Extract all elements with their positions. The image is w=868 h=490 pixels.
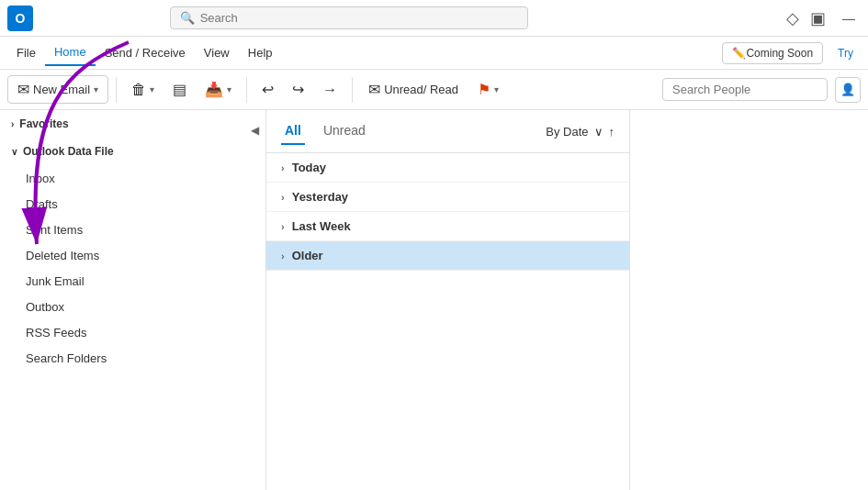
- group-yesterday-label: Yesterday: [292, 190, 348, 204]
- sort-control[interactable]: By Date ∨ ↑: [546, 125, 614, 139]
- sidebar-item-outbox[interactable]: Outbox: [4, 295, 262, 319]
- flag-icon: ⚑: [478, 81, 490, 98]
- group-older[interactable]: › Older: [266, 241, 629, 271]
- new-email-dropdown-icon: ▾: [94, 84, 98, 95]
- redo-icon: ↪: [292, 81, 304, 98]
- toolbar-separator-3: [352, 77, 353, 103]
- content-area: All Unread By Date ∨ ↑ › Today › Yesterd…: [266, 110, 629, 490]
- group-older-chevron-icon: ›: [281, 251, 285, 262]
- profile-icon[interactable]: 👤: [835, 77, 861, 103]
- group-today-chevron-icon: ›: [281, 162, 285, 173]
- move-button[interactable]: 📥 ▾: [197, 76, 239, 103]
- sidebar-item-deleted-items[interactable]: Deleted Items: [4, 243, 262, 268]
- menu-file[interactable]: File: [7, 40, 45, 65]
- tab-unread[interactable]: Unread: [320, 117, 369, 145]
- delete-icon: 🗑: [131, 82, 146, 98]
- search-people-input[interactable]: [672, 83, 817, 96]
- new-email-button[interactable]: ✉ New Email ▾: [7, 75, 108, 104]
- unread-envelope-icon: ✉: [368, 81, 380, 98]
- unread-read-button[interactable]: ✉ Unread/ Read: [360, 75, 467, 104]
- email-list: › Today › Yesterday › Last Week › Older: [266, 153, 629, 490]
- sidebar: ◀ › Favorites ∨ Outlook Data File Inbox …: [0, 110, 266, 490]
- move-icon: 📥: [205, 81, 223, 98]
- sort-dropdown-icon: ∨: [594, 125, 603, 139]
- sort-label: By Date: [546, 125, 588, 139]
- right-panel: [629, 110, 868, 490]
- move-dropdown-icon: ▾: [227, 84, 231, 95]
- main-layout: ◀ › Favorites ∨ Outlook Data File Inbox …: [0, 110, 868, 490]
- favorites-label: Favorites: [19, 117, 68, 130]
- delete-dropdown-icon: ▾: [150, 84, 154, 95]
- minimize-button[interactable]: —: [837, 9, 861, 28]
- sidebar-item-rss-feeds[interactable]: RSS Feeds: [4, 320, 262, 345]
- group-yesterday[interactable]: › Yesterday: [266, 183, 629, 212]
- menu-send-receive[interactable]: Send / Receive: [96, 40, 195, 65]
- title-search-box[interactable]: 🔍: [170, 6, 528, 29]
- qr-icon[interactable]: ▣: [810, 8, 826, 28]
- undo-icon: ↩: [262, 81, 274, 98]
- title-right-icons: ◇ ▣ —: [786, 8, 861, 28]
- tab-all[interactable]: All: [281, 117, 305, 145]
- favorites-header[interactable]: › Favorites: [0, 110, 265, 138]
- coming-soon-label: Coming Soon: [746, 47, 813, 60]
- forward-button[interactable]: →: [315, 77, 344, 103]
- try-button[interactable]: Try: [830, 43, 861, 63]
- group-today[interactable]: › Today: [266, 153, 629, 183]
- archive-icon: ▤: [173, 81, 186, 98]
- profile-avatar-icon: 👤: [840, 83, 855, 96]
- menu-bar: File Home Send / Receive View Help ✏️ Co…: [0, 37, 868, 70]
- group-last-week-label: Last Week: [292, 219, 351, 233]
- wand-icon: ✏️: [732, 47, 746, 60]
- flag-button[interactable]: ⚑ ▾: [470, 76, 506, 103]
- undo-button[interactable]: ↩: [254, 76, 281, 103]
- favorites-chevron-icon: ›: [11, 119, 14, 129]
- outlook-logo: O: [7, 6, 33, 31]
- sort-order-icon: ↑: [609, 125, 615, 139]
- forward-icon: →: [322, 82, 337, 98]
- outlook-data-file-label: Outlook Data File: [23, 145, 114, 158]
- sidebar-item-inbox[interactable]: Inbox: [4, 166, 262, 191]
- sidebar-item-search-folders[interactable]: Search Folders: [4, 346, 262, 371]
- title-search-icon: 🔍: [180, 11, 195, 25]
- search-people-box[interactable]: [662, 78, 828, 101]
- group-older-label: Older: [292, 249, 323, 262]
- delete-button[interactable]: 🗑 ▾: [124, 77, 162, 103]
- sidebar-item-drafts[interactable]: Drafts: [4, 192, 262, 217]
- archive-button[interactable]: ▤: [165, 76, 194, 103]
- outlook-data-file-header[interactable]: ∨ Outlook Data File: [0, 138, 265, 165]
- sidebar-item-junk-email[interactable]: Junk Email: [4, 269, 262, 294]
- sidebar-collapse-button[interactable]: ◀: [243, 119, 265, 141]
- menu-view[interactable]: View: [195, 40, 239, 65]
- unread-read-label: Unread/ Read: [384, 83, 458, 96]
- new-email-label: New Email: [33, 83, 90, 96]
- title-search-input[interactable]: [200, 11, 518, 25]
- group-today-label: Today: [292, 161, 326, 174]
- menu-help[interactable]: Help: [239, 40, 282, 65]
- group-last-week-chevron-icon: ›: [281, 221, 285, 232]
- flag-dropdown-icon: ▾: [494, 84, 499, 95]
- sidebar-item-sent-items[interactable]: Sent Items: [4, 217, 262, 242]
- group-yesterday-chevron-icon: ›: [281, 192, 285, 203]
- title-bar: O 🔍 ◇ ▣ —: [0, 0, 868, 37]
- diamond-icon[interactable]: ◇: [786, 8, 799, 28]
- outlook-data-file-chevron-icon: ∨: [11, 147, 17, 157]
- new-email-icon: ✉: [17, 81, 29, 98]
- toolbar: ✉ New Email ▾ 🗑 ▾ ▤ 📥 ▾ ↩ ↪ → ✉ Unread/ …: [0, 70, 868, 110]
- email-list-header: All Unread By Date ∨ ↑: [266, 110, 629, 153]
- redo-button[interactable]: ↪: [285, 76, 311, 103]
- toolbar-separator-2: [246, 77, 247, 103]
- coming-soon-button[interactable]: ✏️ Coming Soon: [722, 42, 823, 64]
- menu-home[interactable]: Home: [45, 39, 96, 66]
- toolbar-separator-1: [116, 77, 117, 103]
- group-last-week[interactable]: › Last Week: [266, 212, 629, 241]
